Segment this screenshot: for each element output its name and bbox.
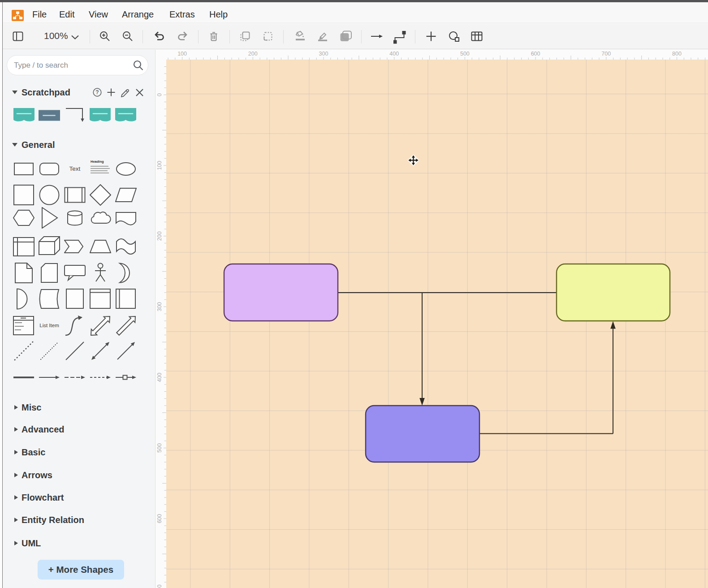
svg-text:600: 600 [156, 514, 163, 523]
svg-text:700: 700 [601, 51, 611, 57]
svg-text:200: 200 [156, 231, 163, 241]
svg-text:100: 100 [156, 161, 163, 170]
svg-text:400: 400 [156, 373, 163, 382]
svg-text:800: 800 [672, 51, 682, 57]
svg-text:700: 700 [156, 584, 163, 588]
svg-text:Heading: Heading [91, 160, 104, 164]
svg-text:400: 400 [389, 51, 399, 57]
svg-text:300: 300 [156, 302, 163, 311]
svg-text:?: ? [95, 89, 99, 95]
svg-text:300: 300 [319, 51, 328, 57]
svg-text:0: 0 [156, 93, 163, 96]
svg-text:500: 500 [156, 443, 163, 453]
svg-text:200: 200 [248, 51, 258, 57]
svg-text:100: 100 [177, 51, 187, 57]
svg-text:500: 500 [460, 51, 470, 57]
svg-text:600: 600 [531, 51, 540, 57]
